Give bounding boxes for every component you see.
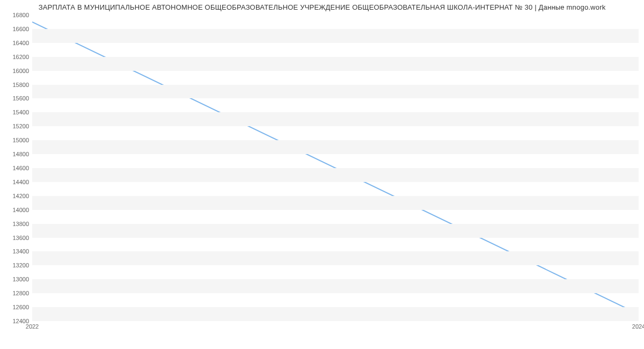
y-tick-label: 14800 [2,151,29,157]
y-tick-label: 15200 [2,123,29,129]
y-tick-label: 14200 [2,193,29,199]
y-tick-label: 15800 [2,82,29,88]
grid-band [32,112,639,126]
y-tick-label: 16200 [2,54,29,60]
grid-band [32,307,639,321]
y-tick-label: 15600 [2,95,29,101]
chart-title: ЗАРПЛАТА В МУНИЦИПАЛЬНОЕ АВТОНОМНОЕ ОБЩЕ… [0,3,644,11]
y-tick-label: 15400 [2,109,29,115]
y-tick-label: 14400 [2,179,29,185]
y-tick-label: 14000 [2,207,29,213]
y-tick-label: 16600 [2,26,29,32]
salary-line-chart: ЗАРПЛАТА В МУНИЦИПАЛЬНОЕ АВТОНОМНОЕ ОБЩЕ… [0,0,644,349]
y-tick-label: 12800 [2,290,29,296]
y-tick-label: 16400 [2,40,29,46]
y-tick-label: 15000 [2,137,29,143]
grid-band [32,279,639,293]
grid-band [32,224,639,238]
x-tick-label: 2024 [632,323,644,330]
grid-band [32,29,639,43]
y-tick-label: 13800 [2,221,29,227]
y-tick-label: 12600 [2,304,29,310]
grid-band [32,251,639,265]
grid-band [32,57,639,71]
y-tick-label: 12400 [2,318,29,324]
grid-band [32,168,639,182]
y-tick-label: 13600 [2,235,29,241]
y-tick-label: 13200 [2,262,29,268]
grid-band [32,140,639,154]
y-tick-label: 14600 [2,165,29,171]
x-tick-label: 2022 [26,323,39,330]
y-tick-label: 13400 [2,248,29,255]
y-tick-label: 13000 [2,276,29,282]
grid-band [32,196,639,210]
y-tick-label: 16800 [2,12,29,18]
plot-area [32,15,639,321]
y-tick-label: 16000 [2,68,29,74]
grid-band [32,85,639,99]
